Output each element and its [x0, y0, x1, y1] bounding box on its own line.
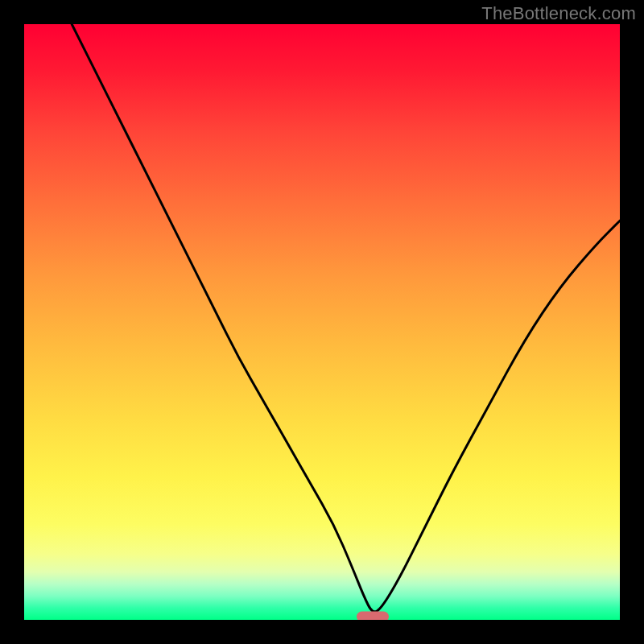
- bottleneck-curve: [24, 24, 620, 620]
- chart-frame: TheBottleneck.com: [0, 0, 644, 644]
- watermark-text: TheBottleneck.com: [481, 3, 636, 24]
- plot-area: [24, 24, 620, 620]
- optimal-point-marker: [357, 612, 389, 620]
